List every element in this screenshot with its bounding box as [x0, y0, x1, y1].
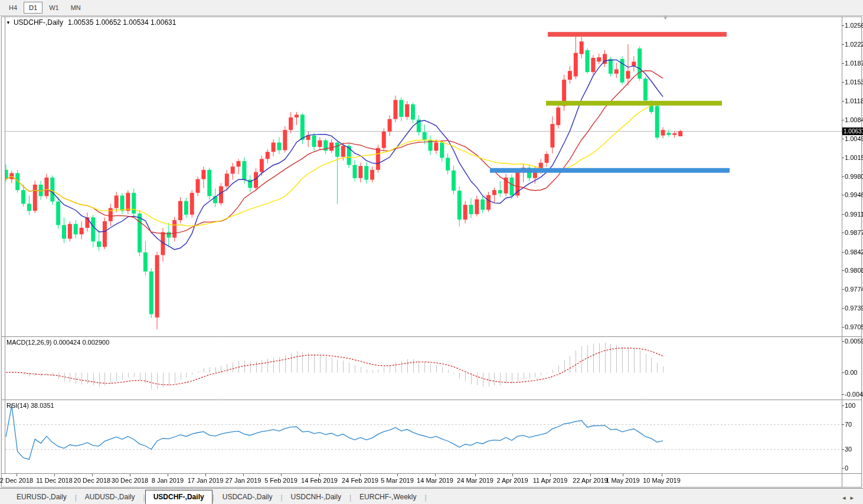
macd-axis-label: 0.00597	[845, 338, 863, 345]
tab-usdchf-daily[interactable]: USDCHF-,Daily	[145, 490, 213, 504]
price-axis-label: 1.01870	[845, 60, 863, 67]
chart-ohlc-values: 1.00535 1.00652 1.00534 1.00631	[68, 18, 176, 27]
price-axis-label: 0.97390	[845, 305, 863, 312]
date-axis-label: 20 Dec 2018	[74, 477, 110, 484]
date-axis-label: 14 Feb 2019	[301, 477, 338, 484]
rsi-axis-label: 100	[845, 402, 855, 409]
date-axis-label: 22 Apr 2019	[573, 477, 607, 484]
price-axis-label: 0.99460	[845, 191, 863, 198]
date-axis-label: 17 Jan 2019	[188, 477, 224, 484]
tab-eurusd-daily[interactable]: EURUSD-,Daily	[8, 490, 75, 504]
price-axis-label: 0.99800	[845, 173, 863, 180]
macd-axis-label: -0.00424	[845, 391, 863, 398]
rsi-indicator-label: RSI(14) 38.0351	[6, 402, 54, 409]
tab-scroll-buttons: ◂▸	[842, 494, 858, 502]
date-axis-label: 24 Mar 2019	[457, 477, 493, 484]
rsi-axis-label: 30	[845, 446, 852, 453]
date-axis-label: 30 Dec 2018	[112, 477, 148, 484]
price-axis-label: 0.97740	[845, 286, 863, 293]
tab-audusd-daily[interactable]: AUDUSD-,Daily	[77, 490, 143, 504]
price-axis-label: 0.98420	[845, 248, 863, 256]
mt4-window: H4D1W1MN ▼USDCHF-,Daily1.00535 1.00652 1…	[0, 0, 863, 504]
date-axis-label: 8 Jan 2019	[152, 477, 184, 484]
tab-eurchf-weekly[interactable]: EURCHF-,Weekly	[351, 490, 424, 504]
tab-separator: |	[425, 491, 427, 504]
chart-symbol-label: USDCHF-,Daily	[14, 18, 63, 27]
date-axis-label: 14 Mar 2019	[417, 477, 453, 484]
price-axis-label: 1.01180	[845, 97, 863, 104]
price-axis-label: 0.97050	[845, 323, 863, 330]
macd-axis-label: 0.00	[845, 369, 857, 376]
price-axis-label: 0.98770	[845, 229, 863, 236]
date-axis-label: 11 Dec 2018	[36, 477, 73, 484]
rsi-axis-label: 70	[845, 421, 852, 428]
price-axis-label: 1.02220	[845, 41, 863, 48]
tab-usdcnh-daily[interactable]: USDCNH-,Daily	[283, 490, 349, 504]
price-axis-label: 1.02560	[845, 22, 863, 29]
rsi-axis-label: 0	[845, 464, 848, 472]
date-axis-label: 10 May 2019	[643, 477, 681, 484]
price-axis-label: 0.99110	[845, 211, 863, 218]
date-axis-label: 24 Feb 2019	[342, 477, 378, 484]
date-axis-label: 1 May 2019	[606, 477, 639, 484]
price-axis-label: 1.01530	[845, 78, 863, 86]
price-axis-label: 1.00840	[845, 116, 863, 123]
date-axis-label: 27 Jan 2019	[225, 477, 261, 484]
tab-usdcad-daily[interactable]: USDCAD-,Daily	[214, 490, 281, 504]
date-axis-label: 2 Dec 2018	[0, 477, 33, 484]
tab-scroll-left-icon[interactable]: ◂	[842, 494, 851, 501]
date-axis-label: 5 Feb 2019	[264, 477, 298, 484]
current-price-badge: 1.00631	[842, 127, 863, 135]
price-axis-label: 0.98080	[845, 267, 863, 274]
date-axis-label: 5 Mar 2019	[381, 477, 414, 484]
chart-canvas[interactable]	[0, 0, 863, 504]
date-axis-label: 11 Apr 2019	[533, 477, 568, 484]
price-axis-label: 1.00150	[845, 154, 863, 161]
price-axis-label: 1.00490	[845, 135, 863, 142]
macd-indicator-label: MACD(12,26,9) 0.000424 0.002900	[6, 339, 109, 346]
tab-scroll-right-icon[interactable]: ▸	[850, 494, 858, 501]
chart-shift-marker-icon[interactable]: ▾	[663, 13, 668, 22]
chart-title: ▼USDCHF-,Daily1.00535 1.00652 1.00534 1.…	[6, 18, 176, 27]
chart-tab-bar: EURUSD-,Daily|AUDUSD-,Daily|USDCHF-,Dail…	[0, 488, 863, 504]
date-axis-label: 2 Apr 2019	[496, 477, 528, 484]
symbol-dropdown-icon[interactable]: ▼	[6, 20, 11, 25]
